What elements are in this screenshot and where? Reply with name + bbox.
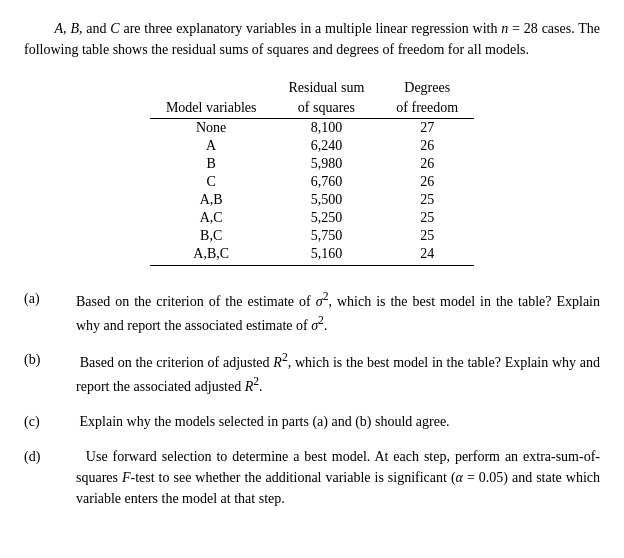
rss-cell: 8,100 — [272, 119, 380, 138]
model-cell: C — [150, 173, 273, 191]
model-cell: A,B,C — [150, 245, 273, 266]
df-cell: 24 — [380, 245, 474, 266]
col2-header-line2: of squares — [272, 98, 380, 119]
col1-header — [150, 78, 273, 98]
df-cell: 27 — [380, 119, 474, 138]
col2-header-line1: Residual sum — [272, 78, 380, 98]
question-a: (a) Based on the criterion of the estima… — [24, 288, 600, 335]
model-cell: None — [150, 119, 273, 138]
question-b-label: (b) — [24, 349, 76, 396]
question-d: (d) Use forward selection to determine a… — [24, 446, 600, 509]
model-cell: A — [150, 137, 273, 155]
intro-text: A, B, and C are three explanatory variab… — [24, 21, 600, 57]
df-cell: 25 — [380, 209, 474, 227]
rss-cell: 6,240 — [272, 137, 380, 155]
col1-header-label: Model variables — [150, 98, 273, 119]
rss-cell: 6,760 — [272, 173, 380, 191]
intro-paragraph: A, B, and C are three explanatory variab… — [24, 18, 600, 60]
col3-header-line1: Degrees — [380, 78, 474, 98]
table-row: B5,98026 — [150, 155, 474, 173]
question-d-text: Use forward selection to determine a bes… — [76, 446, 600, 509]
model-cell: A,C — [150, 209, 273, 227]
col3-header-line2: of freedom — [380, 98, 474, 119]
question-b: (b) Based on the criterion of adjusted R… — [24, 349, 600, 396]
question-c: (c) Explain why the models selected in p… — [24, 411, 600, 432]
df-cell: 26 — [380, 155, 474, 173]
rss-cell: 5,980 — [272, 155, 380, 173]
table-row: None8,10027 — [150, 119, 474, 138]
question-d-label: (d) — [24, 446, 76, 509]
model-cell: A,B — [150, 191, 273, 209]
df-cell: 25 — [380, 191, 474, 209]
question-b-text: Based on the criterion of adjusted R2, w… — [76, 349, 600, 396]
table-row: A,B,C5,16024 — [150, 245, 474, 266]
rss-cell: 5,250 — [272, 209, 380, 227]
questions-section: (a) Based on the criterion of the estima… — [24, 288, 600, 509]
question-a-label: (a) — [24, 288, 76, 335]
question-c-text: Explain why the models selected in parts… — [76, 411, 600, 432]
df-cell: 26 — [380, 137, 474, 155]
table-header-row1: Residual sum Degrees — [150, 78, 474, 98]
question-c-label: (c) — [24, 411, 76, 432]
model-cell: B — [150, 155, 273, 173]
df-cell: 25 — [380, 227, 474, 245]
table-header-row2: Model variables of squares of freedom — [150, 98, 474, 119]
model-table: Residual sum Degrees Model variables of … — [150, 78, 474, 266]
table-row: C6,76026 — [150, 173, 474, 191]
table-row: A,C5,25025 — [150, 209, 474, 227]
table-row: B,C5,75025 — [150, 227, 474, 245]
rss-cell: 5,160 — [272, 245, 380, 266]
rss-cell: 5,500 — [272, 191, 380, 209]
table-row: A6,24026 — [150, 137, 474, 155]
table-row: A,B5,50025 — [150, 191, 474, 209]
model-cell: B,C — [150, 227, 273, 245]
rss-cell: 5,750 — [272, 227, 380, 245]
question-a-text: Based on the criterion of the estimate o… — [76, 288, 600, 335]
df-cell: 26 — [380, 173, 474, 191]
